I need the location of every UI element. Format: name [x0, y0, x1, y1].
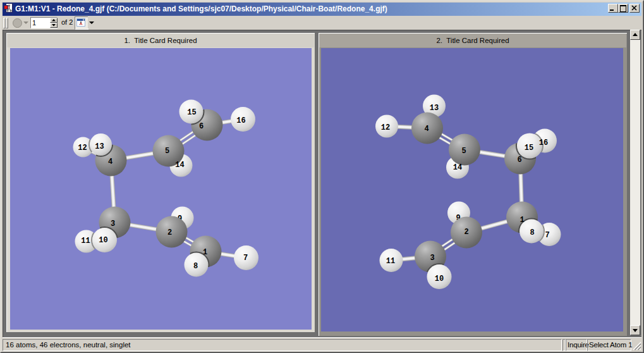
- svg-text:15: 15: [187, 108, 196, 117]
- svg-text:4: 4: [107, 158, 112, 166]
- svg-text:7: 7: [545, 231, 549, 240]
- svg-text:12: 12: [381, 123, 390, 132]
- svg-text:5: 5: [461, 147, 466, 156]
- svg-text:3: 3: [430, 254, 434, 263]
- svg-text:10: 10: [435, 275, 444, 283]
- svg-text:11: 11: [386, 257, 395, 266]
- svg-text:11: 11: [81, 237, 90, 245]
- svg-text:4: 4: [424, 125, 428, 133]
- svg-text:1: 1: [202, 248, 207, 257]
- svg-text:12: 12: [78, 144, 87, 152]
- svg-text:13: 13: [95, 142, 104, 151]
- svg-text:16: 16: [236, 116, 245, 125]
- svg-text:14: 14: [453, 163, 462, 172]
- svg-text:2: 2: [464, 228, 468, 237]
- svg-text:7: 7: [243, 254, 247, 263]
- svg-text:8: 8: [530, 228, 534, 237]
- svg-text:14: 14: [175, 161, 184, 170]
- svg-text:6: 6: [198, 122, 203, 131]
- svg-text:5: 5: [164, 147, 169, 156]
- svg-text:2: 2: [167, 228, 171, 237]
- svg-text:10: 10: [99, 236, 107, 245]
- svg-text:8: 8: [193, 262, 197, 271]
- svg-text:3: 3: [110, 220, 114, 228]
- svg-text:6: 6: [517, 156, 521, 164]
- svg-text:1: 1: [519, 216, 524, 225]
- svg-text:15: 15: [525, 144, 533, 152]
- svg-text:16: 16: [539, 139, 548, 147]
- svg-text:13: 13: [430, 104, 439, 113]
